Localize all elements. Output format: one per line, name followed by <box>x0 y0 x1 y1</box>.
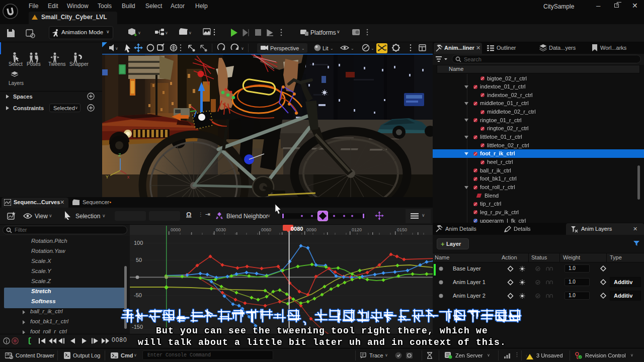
svg-text:∨: ∨ <box>165 31 168 35</box>
svg-text:Y: Y <box>106 174 109 179</box>
svg-text:0000: 0000 <box>171 227 181 232</box>
svg-text:∨: ∨ <box>241 46 244 51</box>
svg-text:∨: ∨ <box>189 31 192 35</box>
svg-text:Tweens: Tweens <box>48 61 65 67</box>
svg-text:Poses: Poses <box>27 61 41 67</box>
svg-text:0090: 0090 <box>306 227 316 232</box>
svg-text:+: + <box>134 32 137 38</box>
svg-text:0150: 0150 <box>397 227 407 232</box>
svg-text:⌄: ⌄ <box>330 46 334 51</box>
svg-text:0120: 0120 <box>352 227 362 232</box>
svg-text:∨: ∨ <box>115 46 118 51</box>
svg-text:Perspective: Perspective <box>270 45 299 51</box>
svg-text:0060: 0060 <box>261 227 271 232</box>
svg-text:⌄: ⌄ <box>351 46 354 51</box>
svg-text:⌄: ⌄ <box>371 46 374 51</box>
svg-text:x: x <box>127 174 130 179</box>
svg-text:0030: 0030 <box>216 227 226 232</box>
svg-text:Snapper: Snapper <box>69 61 89 67</box>
svg-text:Select: Select <box>9 61 23 67</box>
svg-text:⌄: ⌄ <box>301 46 305 51</box>
svg-text:Layers: Layers <box>9 80 24 86</box>
svg-text:∨: ∨ <box>138 31 141 35</box>
svg-text:Lit: Lit <box>323 45 329 51</box>
svg-text:Z: Z <box>118 152 121 157</box>
svg-text:0080: 0080 <box>291 226 303 232</box>
